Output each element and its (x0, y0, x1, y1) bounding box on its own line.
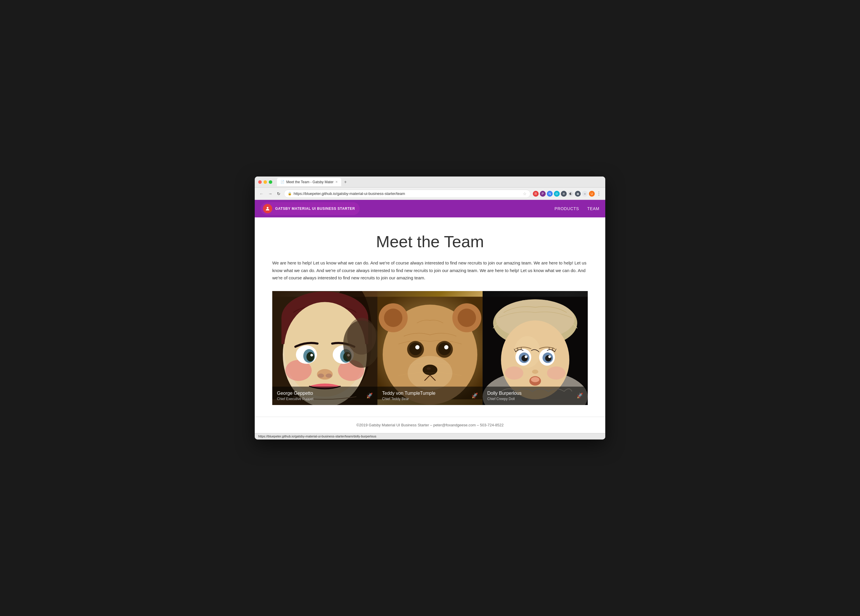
site-footer: ©2019 Gatsby Material UI Business Starte… (255, 417, 605, 433)
svg-point-27 (384, 309, 403, 327)
browser-more-button[interactable]: ⋮ (596, 190, 602, 197)
card-title-teddy: Chief Teddy Bear (382, 397, 436, 401)
back-button[interactable]: ← (258, 191, 265, 196)
toolbar-avatar[interactable]: U (589, 191, 595, 196)
team-card-dolly[interactable]: Dolly Burperlous Chief Creepy Doll 🚀 (483, 291, 588, 405)
active-tab[interactable]: 📄 Meet the Team - Gatsby Mater ✕ (277, 178, 341, 186)
tab-title: Meet the Team - Gatsby Mater (286, 180, 334, 184)
nav-links: PRODUCTS TEAM (554, 206, 599, 211)
tab-page-icon: 📄 (281, 180, 284, 184)
card-rocket-dolly[interactable]: 🚀 (577, 393, 583, 399)
address-bar: ← → ↻ 🔒 https://bluepeter.github.io/gats… (255, 188, 605, 200)
toolbar-icons: R P N ◎ ⊞ ◐ ▦ ○ U ⋮ (533, 190, 602, 197)
card-overlay-teddy: Teddy von TumpleTumple Chief Teddy Bear … (377, 387, 483, 405)
card-name-george: George Geppetto (277, 391, 314, 396)
svg-point-21 (347, 317, 376, 354)
card-title-george: Chief Executive Puppet (277, 397, 314, 401)
url-text: https://bluepeter.github.io/gatsby-mater… (293, 192, 521, 196)
svg-point-29 (458, 309, 476, 327)
tab-bar: 📄 Meet the Team - Gatsby Mater ✕ + (277, 178, 602, 186)
card-name-dolly: Dolly Burperlous (487, 391, 521, 396)
svg-point-36 (423, 365, 437, 375)
svg-point-52 (532, 370, 538, 374)
svg-point-11 (306, 352, 314, 361)
refresh-button[interactable]: ↻ (276, 191, 282, 196)
team-card-george[interactable]: George Geppetto Chief Executive Puppet 🚀 (272, 291, 377, 405)
svg-point-51 (548, 355, 551, 358)
toolbar-extension-6[interactable]: ◐ (568, 191, 574, 196)
svg-point-34 (415, 345, 419, 349)
logo-text: GATSBY MATERIAL UI BUSINESS STARTER (275, 207, 355, 211)
url-box[interactable]: 🔒 https://bluepeter.github.io/gatsby-mat… (284, 190, 530, 198)
page-description: We are here to help! Let us know what we… (272, 259, 588, 282)
team-grid: George Geppetto Chief Executive Puppet 🚀 (272, 291, 588, 405)
title-bar: 📄 Meet the Team - Gatsby Mater ✕ + (255, 176, 605, 188)
card-overlay-george: George Geppetto Chief Executive Puppet 🚀 (272, 387, 377, 405)
card-rocket-teddy[interactable]: 🚀 (471, 393, 478, 399)
site-content: GATSBY MATERIAL UI BUSINESS STARTER PROD… (255, 200, 605, 433)
close-button[interactable] (258, 180, 262, 184)
svg-point-18 (318, 374, 324, 377)
site-logo[interactable]: GATSBY MATERIAL UI BUSINESS STARTER (261, 202, 359, 215)
card-info-george: George Geppetto Chief Executive Puppet (277, 391, 314, 401)
svg-point-55 (505, 366, 524, 380)
status-url: https://bluepeter.github.io/gatsby-mater… (258, 435, 376, 438)
toolbar-extension-5[interactable]: ⊞ (561, 191, 567, 196)
nav-team-link[interactable]: TEAM (587, 206, 599, 211)
card-info-dolly: Dolly Burperlous Chief Creepy Doll (487, 391, 521, 401)
toolbar-extension-3[interactable]: N (547, 191, 553, 196)
main-content: Meet the Team We are here to help! Let u… (255, 217, 605, 417)
svg-point-50 (525, 355, 527, 358)
toolbar-extension-1[interactable]: R (533, 191, 539, 196)
svg-point-19 (326, 374, 332, 377)
page-title: Meet the Team (272, 232, 588, 251)
forward-button[interactable]: → (267, 191, 273, 196)
toolbar-extension-7[interactable]: ▦ (575, 191, 581, 196)
footer-text: ©2019 Gatsby Material UI Business Starte… (356, 423, 504, 427)
card-name-teddy: Teddy von TumpleTumple (382, 391, 436, 396)
svg-point-35 (444, 345, 449, 349)
svg-point-33 (438, 343, 451, 355)
team-card-teddy[interactable]: Teddy von TumpleTumple Chief Teddy Bear … (377, 291, 483, 405)
logo-icon (263, 204, 272, 213)
browser-window: 📄 Meet the Team - Gatsby Mater ✕ + ← → ↻… (255, 176, 605, 440)
card-rocket-george[interactable]: 🚀 (366, 393, 373, 399)
svg-point-54 (531, 377, 540, 382)
site-nav: GATSBY MATERIAL UI BUSINESS STARTER PROD… (255, 200, 605, 217)
svg-point-37 (427, 367, 431, 370)
maximize-button[interactable] (269, 180, 272, 184)
traffic-lights (258, 180, 272, 184)
svg-point-56 (547, 366, 565, 380)
svg-point-12 (311, 354, 313, 357)
status-bar: https://bluepeter.github.io/gatsby-mater… (255, 433, 605, 440)
svg-point-0 (267, 207, 268, 209)
toolbar-extension-2[interactable]: P (540, 191, 546, 196)
svg-point-32 (409, 343, 422, 355)
card-title-dolly: Chief Creepy Doll (487, 397, 521, 401)
toolbar-extension-4[interactable]: ◎ (554, 191, 560, 196)
card-info-teddy: Teddy von TumpleTumple Chief Teddy Bear (382, 391, 436, 401)
lock-icon: 🔒 (288, 192, 292, 195)
toolbar-extension-8[interactable]: ○ (582, 191, 588, 196)
bookmark-icon[interactable]: ☆ (523, 192, 527, 196)
tab-close-button[interactable]: ✕ (335, 180, 338, 184)
nav-products-link[interactable]: PRODUCTS (554, 206, 579, 211)
new-tab-button[interactable]: + (342, 179, 348, 185)
card-overlay-dolly: Dolly Burperlous Chief Creepy Doll 🚀 (483, 387, 588, 405)
minimize-button[interactable] (264, 180, 267, 184)
